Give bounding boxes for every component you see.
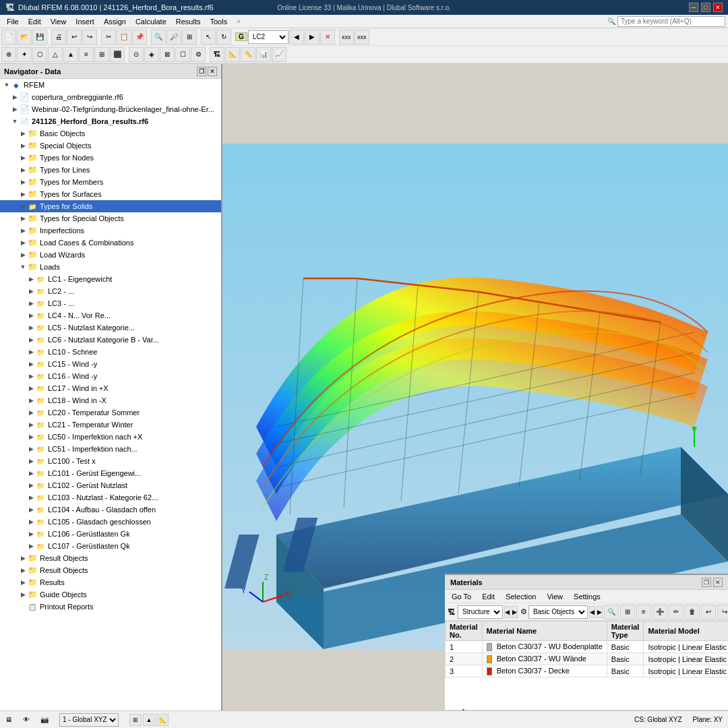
- tree-calc-diagrams[interactable]: ▶ 📁 Result Objects: [0, 552, 221, 564]
- panel-goto[interactable]: Go To: [448, 592, 475, 601]
- tb-xxx2[interactable]: xxx: [355, 30, 369, 44]
- panel-edit[interactable]: Edit: [478, 592, 499, 601]
- tree-file-1[interactable]: ▶ 📄 copertura_ombreggiante.rf6: [0, 91, 221, 103]
- tb-paste[interactable]: 📌: [132, 30, 147, 44]
- tb2-7[interactable]: ⊞: [94, 47, 109, 62]
- filter-prev-btn[interactable]: ◀: [589, 606, 595, 618]
- panel-controls[interactable]: ❐ ✕: [702, 578, 723, 587]
- tb-prev-lc[interactable]: ◀: [289, 30, 304, 44]
- tb2-2[interactable]: ✦: [17, 47, 32, 62]
- navigator-header-controls[interactable]: ❐ ✕: [197, 67, 217, 76]
- minimize-button[interactable]: ─: [689, 3, 698, 12]
- nav-restore-btn[interactable]: ❐: [197, 67, 206, 76]
- menu-tools[interactable]: Tools: [206, 16, 231, 27]
- panel-tb5[interactable]: ✏: [669, 605, 684, 619]
- tree-basic-objects[interactable]: ▶ 📁 Basic Objects: [0, 127, 221, 140]
- menu-calculate[interactable]: Calculate: [131, 16, 171, 27]
- panel-next-btn[interactable]: ▶: [512, 606, 518, 618]
- menu-insert[interactable]: Insert: [71, 16, 98, 27]
- tb-cut[interactable]: ✂: [101, 30, 116, 44]
- filter-combo[interactable]: Basic Objects: [528, 605, 588, 619]
- menu-edit[interactable]: Edit: [24, 16, 45, 27]
- tb-save[interactable]: 💾: [32, 30, 47, 44]
- panel-view[interactable]: View: [543, 592, 567, 601]
- mat-row-3[interactable]: 3 Beton C30/37 - Decke Basic Isotropic |…: [446, 665, 729, 677]
- tree-result-objects[interactable]: ▶ 📁 Result Objects: [0, 564, 221, 576]
- panel-selection[interactable]: Selection: [502, 592, 540, 601]
- tb2-18[interactable]: 📈: [272, 47, 286, 62]
- panel-tb2[interactable]: ⊞: [620, 605, 635, 619]
- tb2-16[interactable]: 📏: [241, 47, 255, 62]
- tb2-14[interactable]: 🏗: [210, 47, 224, 62]
- tb2-13[interactable]: ⚙: [191, 47, 206, 62]
- tree-lc100[interactable]: ▶ 📁 LC100 - Test x: [0, 455, 221, 467]
- tree-lc104[interactable]: ▶ 📁 LC104 - Aufbau - Glasdach offen: [0, 504, 221, 516]
- status-btn1[interactable]: ⊞: [129, 714, 142, 726]
- view-combo[interactable]: 1 - Global XYZ: [59, 713, 119, 727]
- mat-row-1[interactable]: 1 Beton C30/37 - WU Bodenplatte Basic Is…: [446, 641, 729, 653]
- tree-results[interactable]: ▶ 📁 Results: [0, 576, 221, 588]
- tree-lc51[interactable]: ▶ 📁 LC51 - Imperfektion nach...: [0, 443, 221, 455]
- col-mat-name[interactable]: Material Name: [482, 621, 607, 641]
- tb2-17[interactable]: 📊: [256, 47, 271, 62]
- panel-tb6[interactable]: 🗑: [685, 605, 700, 619]
- tb-stop[interactable]: ✕: [320, 30, 335, 44]
- tb-new[interactable]: 📄: [1, 30, 16, 44]
- tb-lc-combo[interactable]: LC2: [248, 30, 289, 44]
- col-mat-type[interactable]: MaterialType: [607, 621, 644, 641]
- tb-zoom-in[interactable]: 🔍: [151, 30, 166, 44]
- tree-types-nodes[interactable]: ▶ 📁 Types for Nodes: [0, 152, 221, 164]
- tb2-12[interactable]: ☐: [175, 47, 190, 62]
- col-mat-no[interactable]: MaterialNo.: [446, 621, 483, 641]
- panel-settings[interactable]: Settings: [570, 592, 605, 601]
- tb-fit[interactable]: ⊞: [182, 30, 197, 44]
- panel-tb7[interactable]: ↩: [701, 605, 716, 619]
- panel-restore-btn[interactable]: ❐: [702, 578, 711, 587]
- tree-lc21[interactable]: ▶ 📁 LC21 - Temperatur Winter: [0, 419, 221, 431]
- filter-next-btn[interactable]: ▶: [597, 606, 603, 618]
- panel-tb8[interactable]: ↪: [717, 605, 728, 619]
- col-mat-model[interactable]: Material Model: [644, 621, 728, 641]
- panel-close-btn[interactable]: ✕: [713, 578, 723, 587]
- structure-combo[interactable]: Structure: [458, 605, 503, 619]
- tb-zoom-out[interactable]: 🔎: [166, 30, 181, 44]
- tree-types-surfaces[interactable]: ▶ 📁 Types for Surfaces: [0, 188, 221, 200]
- tree-lc3[interactable]: ▶ 📁 LC3 - ...: [0, 297, 221, 309]
- tree-rfem-root[interactable]: ▼ ◆ RFEM: [0, 79, 221, 91]
- panel-prev-btn[interactable]: ◀: [504, 606, 510, 618]
- tree-lc15[interactable]: ▶ 📁 LC15 - Wind -y: [0, 358, 221, 370]
- viewport-area[interactable]: X Z Y Materials ❐ ✕ Go To Edit Selection: [222, 64, 728, 728]
- tb-rotate[interactable]: ↻: [216, 30, 231, 44]
- tb-undo[interactable]: ↩: [67, 30, 82, 44]
- tree-lc16[interactable]: ▶ 📁 LC16 - Wind -y: [0, 370, 221, 382]
- tree-lc1[interactable]: ▶ 📁 LC1 - Eigengewicht: [0, 273, 221, 285]
- menu-assign[interactable]: Assign: [100, 16, 130, 27]
- menu-results[interactable]: Results: [172, 16, 205, 27]
- tree-lc18[interactable]: ▶ 📁 LC18 - Wind in -X: [0, 394, 221, 406]
- status-btn2[interactable]: ▲: [143, 714, 155, 726]
- tb2-4[interactable]: △: [48, 47, 63, 62]
- tree-file-2[interactable]: ▶ 📄 Webinar-02-Tiefgründung-Brückenlager…: [0, 103, 221, 115]
- tree-special-objects[interactable]: ▶ 📁 Special Objects: [0, 140, 221, 152]
- panel-tb1[interactable]: 🔍: [604, 605, 619, 619]
- tree-lc103[interactable]: ▶ 📁 LC103 - Nutzlast - Kategorie 62...: [0, 491, 221, 504]
- tb2-8[interactable]: ⬛: [110, 47, 125, 62]
- tree-lc5[interactable]: ▶ 📁 LC5 - Nutzlast Kategorie...: [0, 322, 221, 334]
- tree-load-wizards[interactable]: ▶ 📁 Load Wizards: [0, 249, 221, 261]
- tb2-1[interactable]: ⊕: [1, 47, 16, 62]
- tb-redo[interactable]: ↪: [82, 30, 97, 44]
- tb-select[interactable]: ↖: [201, 30, 216, 44]
- tree-loads[interactable]: ▼ 📁 Loads: [0, 261, 221, 273]
- tb2-3[interactable]: ⬡: [32, 47, 47, 62]
- tree-printout[interactable]: ▶ 📋 Printout Reports: [0, 601, 221, 613]
- tb2-15[interactable]: 📐: [225, 47, 240, 62]
- tb2-9[interactable]: ⊙: [129, 47, 144, 62]
- tree-lc50[interactable]: ▶ 📁 LC50 - Imperfektion nach +X: [0, 431, 221, 443]
- tb2-5[interactable]: ▲: [63, 47, 78, 62]
- tb-xxx1[interactable]: xxx: [339, 30, 354, 44]
- tree-load-cases[interactable]: ▶ 📁 Load Cases & Combinations: [0, 237, 221, 249]
- panel-tb4[interactable]: ➕: [653, 605, 667, 619]
- tree-lc107[interactable]: ▶ 📁 LC107 - Gerüstlasten Qk: [0, 540, 221, 552]
- status-btn3[interactable]: 📐: [156, 714, 169, 726]
- panel-tb3[interactable]: ≡: [636, 605, 651, 619]
